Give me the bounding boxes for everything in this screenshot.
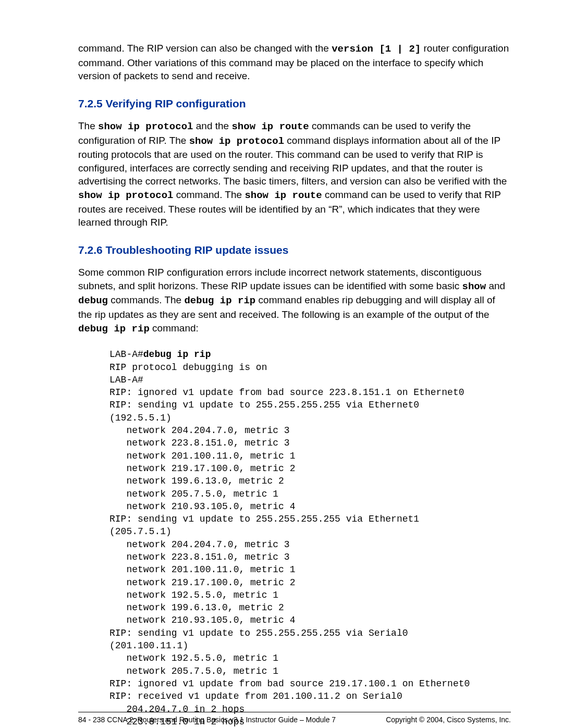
code-line: LAB-A#: [109, 375, 143, 385]
inline-command: show ip protocol: [98, 121, 193, 132]
code-line: network 219.17.100.0, metric 2: [109, 463, 295, 474]
inline-command: debug ip rip: [184, 295, 255, 306]
text: The: [78, 120, 98, 131]
code-line: network 205.7.5.0, metric 1: [109, 489, 278, 499]
code-line: RIP: ignored v1 update from bad source 2…: [109, 678, 470, 689]
section-heading-726: 7.2.6 Troubleshooting RIP update issues: [78, 244, 511, 256]
code-line: network 210.93.105.0, metric 4: [109, 615, 295, 625]
code-line: network 201.100.11.0, metric 1: [109, 451, 295, 461]
code-line: network 205.7.5.0, metric 1: [109, 666, 278, 676]
section-heading-725: 7.2.5 Verifying RIP configuration: [78, 97, 511, 110]
code-line: network 192.5.5.0, metric 1: [109, 653, 278, 663]
inline-command: debug: [78, 295, 108, 306]
text: Some common RIP configuration errors inc…: [78, 267, 482, 291]
code-line: (201.100.11.1): [109, 640, 188, 651]
code-line: RIP: sending v1 update to 255.255.255.25…: [109, 400, 419, 410]
code-line: network 192.5.5.0, metric 1: [109, 590, 278, 600]
section-725-body: The show ip protocol and the show ip rou…: [78, 119, 511, 229]
inline-command: show ip protocol: [189, 135, 284, 147]
code-line: (205.7.5.1): [109, 526, 172, 537]
code-line: LAB-A#: [109, 349, 143, 360]
code-line: network 199.6.13.0, metric 2: [109, 602, 284, 613]
inline-command: show: [462, 281, 486, 292]
code-line: network 204.204.7.0, metric 3: [109, 539, 290, 550]
code-line: network 204.204.7.0, metric 3: [109, 425, 290, 436]
text: command:: [150, 323, 199, 334]
inline-command: show ip protocol: [78, 190, 173, 201]
code-line: network 219.17.100.0, metric 2: [109, 577, 295, 588]
page-footer: 84 - 238 CCNA 2: Routers and Routing Bas…: [78, 712, 511, 724]
code-line: (192.5.5.1): [109, 413, 172, 423]
text: command. The: [173, 189, 244, 200]
code-line: RIP: sending v1 update to 255.255.255.25…: [109, 628, 408, 638]
code-line: network 199.6.13.0, metric 2: [109, 476, 284, 486]
code-line: network 210.93.105.0, metric 4: [109, 501, 295, 512]
text: and the: [193, 120, 231, 131]
footer-right: Copyright © 2004, Cisco Systems, Inc.: [386, 715, 511, 724]
code-line: network 201.100.11.0, metric 1: [109, 564, 295, 575]
code-line: network 223.8.151.0, metric 3: [109, 552, 290, 562]
code-output-block: LAB-A#debug ip rip RIP protocol debuggin…: [109, 348, 511, 728]
text: commands. The: [108, 294, 184, 305]
footer-left: 84 - 238 CCNA 2: Routers and Routing Bas…: [78, 715, 336, 724]
code-line: RIP protocol debugging is on: [109, 362, 267, 373]
inline-command: show ip route: [231, 121, 309, 132]
inline-command: debug ip rip: [78, 323, 150, 335]
inline-command: version [1 | 2]: [332, 43, 421, 55]
code-line: network 223.8.151.0, metric 3: [109, 438, 290, 448]
code-line: RIP: received v1 update from 201.100.11.…: [109, 691, 402, 701]
code-line: RIP: ignored v1 update from bad source 2…: [109, 387, 464, 398]
text: command. The RIP version can also be cha…: [78, 43, 332, 54]
inline-command: show ip route: [244, 190, 322, 201]
page-container: command. The RIP version can also be cha…: [0, 0, 563, 728]
code-bold: debug ip rip: [143, 349, 211, 360]
intro-paragraph: command. The RIP version can also be cha…: [78, 42, 511, 83]
text: and: [486, 280, 505, 291]
code-line: RIP: sending v1 update to 255.255.255.25…: [109, 514, 419, 524]
section-726-body: Some common RIP configuration errors inc…: [78, 266, 511, 336]
